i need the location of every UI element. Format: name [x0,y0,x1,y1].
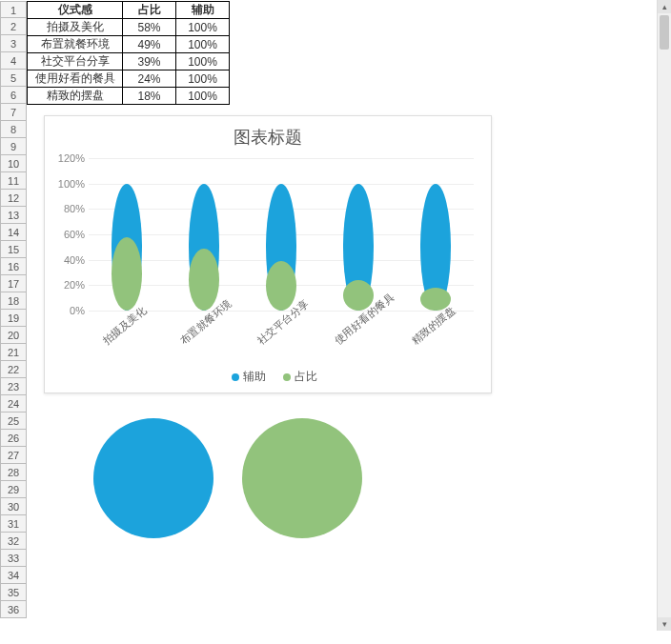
table-row[interactable]: 拍摄及美化58%100% [28,19,230,36]
row-header[interactable]: 25 [0,413,27,430]
row-header[interactable]: 31 [0,515,27,533]
cell-percent[interactable]: 49% [123,36,176,53]
row-header[interactable]: 13 [0,207,27,224]
cell-aux[interactable]: 100% [176,88,230,105]
embedded-chart[interactable]: 图表标题 0%20%40%60%80%100%120%拍摄及美化布置就餐环境社交… [44,115,492,393]
row-header[interactable]: 7 [0,104,27,121]
row-header[interactable]: 24 [0,395,27,413]
shape-circle-green[interactable] [242,418,362,538]
legend-swatch-pct [283,373,291,381]
col-header-aux[interactable]: 辅助 [176,2,230,19]
scroll-up-button[interactable]: ▴ [658,0,671,13]
row-header[interactable]: 4 [0,52,27,70]
cell-percent[interactable]: 24% [123,70,176,88]
row-header[interactable]: 18 [0,292,27,310]
row-header[interactable]: 8 [0,121,27,138]
chart-legend: 辅助 占比 [45,369,491,385]
row-header[interactable]: 15 [0,241,27,258]
cell-category[interactable]: 使用好看的餐具 [28,70,123,88]
chart-plot-area: 0%20%40%60%80%100%120%拍摄及美化布置就餐环境社交平台分享使… [89,158,474,311]
row-header[interactable]: 5 [0,70,27,87]
row-header[interactable]: 9 [0,138,27,155]
y-tick-label: 100% [51,178,85,190]
y-tick-label: 40% [51,254,85,266]
row-header[interactable]: 6 [0,87,27,104]
legend-label-pct: 占比 [295,370,317,383]
cell-category[interactable]: 精致的摆盘 [28,88,123,105]
data-table[interactable]: 仪式感 占比 辅助 拍摄及美化58%100%布置就餐环境49%100%社交平台分… [27,1,230,105]
cell-category[interactable]: 拍摄及美化 [28,19,123,36]
y-tick-label: 80% [51,203,85,214]
row-header[interactable]: 21 [0,344,27,361]
y-tick-label: 60% [51,229,85,240]
y-tick-label: 120% [51,152,85,164]
cell-percent[interactable]: 58% [123,19,176,36]
y-tick-label: 0% [51,305,85,316]
row-header[interactable]: 16 [0,258,27,275]
scroll-thumb[interactable] [660,15,669,50]
row-header[interactable]: 29 [0,481,27,498]
chart-mark-pct [112,237,142,311]
row-header[interactable]: 32 [0,533,27,550]
chart-mark-pct [189,249,219,311]
col-header-percent[interactable]: 占比 [123,2,176,19]
table-row[interactable]: 布置就餐环境49%100% [28,36,230,53]
chart-mark-pct [266,261,296,311]
cell-category[interactable]: 社交平台分享 [28,53,123,70]
row-header[interactable]: 11 [0,172,27,190]
row-header[interactable]: 3 [0,35,27,52]
table-row[interactable]: 精致的摆盘18%100% [28,88,230,105]
cell-percent[interactable]: 39% [123,53,176,70]
row-headers: 1234567891011121314151617181920212223242… [0,1,27,618]
row-header[interactable]: 2 [0,18,27,35]
table-row[interactable]: 使用好看的餐具24%100% [28,70,230,88]
cell-category[interactable]: 布置就餐环境 [28,36,123,53]
cell-aux[interactable]: 100% [176,36,230,53]
row-header[interactable]: 35 [0,584,27,601]
cell-aux[interactable]: 100% [176,19,230,36]
scroll-down-button[interactable]: ▾ [658,617,671,631]
legend-swatch-aux [232,373,239,381]
row-header[interactable]: 34 [0,567,27,584]
row-header[interactable]: 27 [0,447,27,464]
shape-circle-blue[interactable] [93,418,214,538]
row-header[interactable]: 33 [0,550,27,567]
cell-percent[interactable]: 18% [123,88,176,105]
row-header[interactable]: 26 [0,430,27,447]
cell-aux[interactable]: 100% [176,53,230,70]
row-header[interactable]: 19 [0,310,27,327]
legend-label-aux: 辅助 [243,370,266,383]
vertical-scrollbar[interactable]: ▴ ▾ [657,0,671,631]
y-tick-label: 20% [51,279,85,291]
row-header[interactable]: 10 [0,155,27,172]
row-header[interactable]: 23 [0,378,27,395]
row-header[interactable]: 1 [0,1,27,18]
row-header[interactable]: 30 [0,498,27,515]
chart-title: 图表标题 [45,126,491,149]
row-header[interactable]: 17 [0,275,27,292]
worksheet-area[interactable]: 仪式感 占比 辅助 拍摄及美化58%100%布置就餐环境49%100%社交平台分… [27,1,658,644]
row-header[interactable]: 20 [0,327,27,344]
row-header[interactable]: 28 [0,464,27,481]
table-row[interactable]: 社交平台分享39%100% [28,53,230,70]
cell-aux[interactable]: 100% [176,70,230,88]
row-header[interactable]: 36 [0,601,27,618]
row-header[interactable]: 12 [0,190,27,207]
col-header-ritual[interactable]: 仪式感 [28,2,123,19]
row-header[interactable]: 22 [0,361,27,378]
table-header-row: 仪式感 占比 辅助 [28,2,230,19]
row-header[interactable]: 14 [0,224,27,241]
